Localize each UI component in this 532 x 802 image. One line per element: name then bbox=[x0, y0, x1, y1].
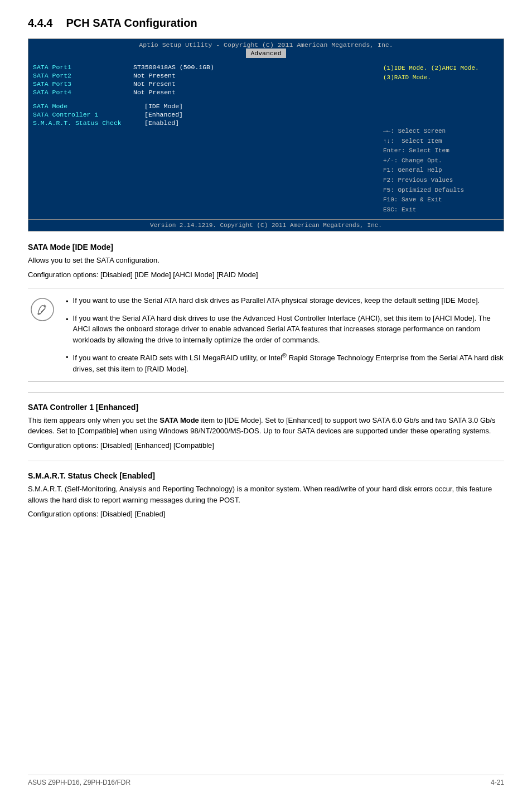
bios-controller-row: SATA Controller 1 [Enhanced] bbox=[33, 111, 376, 118]
note-icon bbox=[28, 295, 57, 374]
bios-smart-row: S.M.A.R.T. Status Check [Enabled] bbox=[33, 119, 376, 127]
bios-port3-value: Not Present bbox=[133, 80, 176, 88]
bios-screenshot: Aptio Setup Utility - Copyright (C) 2011… bbox=[28, 38, 504, 231]
bios-smart-label: S.M.A.R.T. Status Check bbox=[33, 119, 144, 127]
section-number: 4.4.4 bbox=[28, 17, 52, 30]
page-footer: ASUS Z9PH-D16, Z9PH-D16/FDR 4-21 bbox=[28, 775, 504, 786]
bios-mode-value: [IDE Mode] bbox=[144, 103, 183, 110]
bios-port1-value: ST3500418AS (500.1GB) bbox=[133, 64, 214, 71]
bios-smart-value: [Enabled] bbox=[144, 119, 179, 127]
bios-port2-label: SATA Port2 bbox=[33, 72, 133, 79]
bullet-2: • bbox=[66, 314, 69, 325]
note-text-1: If you want to use the Serial ATA hard d… bbox=[73, 295, 480, 306]
smart-status-body: S.M.A.R.T. (Self-Monitoring, Analysis an… bbox=[28, 484, 504, 505]
section-header: 4.4.4 PCH SATA Configuration bbox=[28, 17, 504, 30]
bios-port1-label: SATA Port1 bbox=[33, 64, 133, 71]
sata-mode-desc2: Configuration options: [Disabled] [IDE M… bbox=[28, 269, 504, 281]
note-box: • If you want to use the Serial ATA hard… bbox=[28, 288, 504, 381]
bios-port1-row: SATA Port1 ST3500418AS (500.1GB) bbox=[33, 64, 376, 71]
note-item-1: • If you want to use the Serial ATA hard… bbox=[66, 295, 504, 307]
bios-port3-row: SATA Port3 Not Present bbox=[33, 80, 376, 88]
note-item-2: • If you want the Serial ATA hard disk d… bbox=[66, 313, 504, 346]
bios-context-help: (1)IDE Mode. (2)AHCI Mode.(3)RAID Mode. bbox=[383, 64, 499, 82]
bios-port2-value: Not Present bbox=[133, 72, 176, 79]
bios-port3-label: SATA Port3 bbox=[33, 80, 133, 88]
note-text-2: If you want the Serial ATA hard disk dri… bbox=[73, 313, 504, 346]
bios-port4-row: SATA Port4 Not Present bbox=[33, 89, 376, 96]
bullet-3: • bbox=[66, 352, 69, 363]
note-items: • If you want to use the Serial ATA hard… bbox=[66, 295, 504, 374]
sata-controller-body: This item appears only when you set the … bbox=[28, 415, 504, 437]
bios-port4-label: SATA Port4 bbox=[33, 89, 133, 96]
bios-key-help: →←: Select Screen ↑↓: Select Item Enter:… bbox=[383, 127, 499, 215]
bios-footer: Version 2.14.1219. Copyright (C) 2011 Am… bbox=[28, 219, 504, 231]
sata-controller-section: SATA Controller 1 [Enhanced] This item a… bbox=[28, 403, 504, 451]
divider-2 bbox=[28, 461, 504, 461]
bios-body: SATA Port1 ST3500418AS (500.1GB) SATA Po… bbox=[28, 59, 504, 219]
bios-port4-value: Not Present bbox=[133, 89, 176, 96]
bios-right-panel: (1)IDE Mode. (2)AHCI Mode.(3)RAID Mode. … bbox=[381, 64, 504, 219]
bios-controller-label: SATA Controller 1 bbox=[33, 111, 144, 118]
divider-1 bbox=[28, 392, 504, 393]
bios-mode-label: SATA Mode bbox=[33, 103, 144, 110]
sata-controller-config: Configuration options: [Disabled] [Enhan… bbox=[28, 440, 504, 451]
bios-nav-bar: Advanced bbox=[246, 49, 286, 58]
smart-status-config: Configuration options: [Disabled] [Enabl… bbox=[28, 509, 504, 520]
bios-port2-row: SATA Port2 Not Present bbox=[33, 72, 376, 79]
sata-mode-title: SATA Mode [IDE Mode] bbox=[28, 243, 504, 252]
footer-right: 4-21 bbox=[491, 779, 504, 786]
note-text-3: If you want to create RAID sets with LSI… bbox=[73, 351, 504, 374]
sata-controller-title: SATA Controller 1 [Enhanced] bbox=[28, 403, 504, 412]
bios-left-panel: SATA Port1 ST3500418AS (500.1GB) SATA Po… bbox=[28, 64, 381, 219]
note-item-3: • If you want to create RAID sets with L… bbox=[66, 351, 504, 374]
info-icon bbox=[30, 297, 55, 322]
smart-status-title: S.M.A.R.T. Status Check [Enabled] bbox=[28, 471, 504, 480]
svg-point-0 bbox=[31, 298, 54, 321]
footer-left: ASUS Z9PH-D16, Z9PH-D16/FDR bbox=[28, 779, 130, 786]
bios-header: Aptio Setup Utility - Copyright (C) 2011… bbox=[28, 39, 504, 59]
bios-mode-row: SATA Mode [IDE Mode] bbox=[33, 103, 376, 110]
bios-controller-value: [Enhanced] bbox=[144, 111, 183, 118]
section-title: PCH SATA Configuration bbox=[66, 17, 197, 30]
smart-status-section: S.M.A.R.T. Status Check [Enabled] S.M.A.… bbox=[28, 471, 504, 520]
sata-mode-section: SATA Mode [IDE Mode] Allows you to set t… bbox=[28, 243, 504, 280]
sata-mode-desc1: Allows you to set the SATA configuration… bbox=[28, 255, 504, 266]
bullet-1: • bbox=[66, 296, 69, 307]
